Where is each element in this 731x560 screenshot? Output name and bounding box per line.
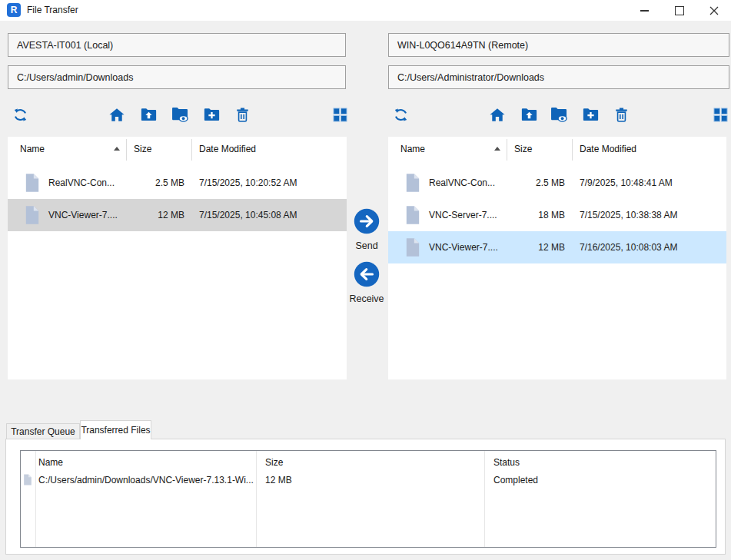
maximize-icon — [675, 6, 684, 15]
file-date: 7/15/2025, 10:20:52 AM — [199, 177, 297, 188]
transferred-file-size: 12 MB — [265, 475, 292, 485]
receive-label: Receive — [347, 293, 386, 304]
column-divider — [484, 451, 485, 547]
home-icon — [109, 108, 125, 122]
local-host-field: AVESTA-IT001 (Local) — [8, 33, 346, 57]
local-file-row-selected[interactable]: VNC-Viewer-7.... 12 MB 7/15/2025, 10:45:… — [8, 199, 347, 231]
file-size: 18 MB — [503, 210, 565, 220]
remote-file-row[interactable]: VNC-Server-7.... 18 MB 7/15/2025, 10:38:… — [388, 199, 726, 231]
remote-file-row[interactable]: RealVNC-Con... 2.5 MB 7/9/2025, 10:48:41… — [388, 167, 726, 199]
file-name: RealVNC-Con... — [429, 177, 495, 188]
file-icon — [25, 173, 40, 193]
refresh-icon — [393, 107, 409, 123]
file-transfer-window: R File Transfer AVESTA-IT001 (Local) WIN… — [0, 0, 731, 560]
grid-view-icon — [333, 108, 347, 122]
refresh-icon — [12, 107, 28, 123]
transferred-file-row[interactable]: C:/Users/admin/Downloads/VNC-Viewer-7.13… — [21, 471, 716, 489]
folder-up-icon — [521, 108, 537, 121]
local-host-label: AVESTA-IT001 (Local) — [17, 40, 113, 51]
remote-host-label: WIN-L0QO614A9TN (Remote) — [397, 40, 528, 51]
remote-path-input[interactable] — [388, 65, 729, 89]
local-folder-up-button[interactable] — [139, 105, 158, 124]
local-column-size[interactable]: Size — [134, 144, 151, 154]
file-date: 7/9/2025, 10:48:41 AM — [580, 177, 673, 188]
local-home-button[interactable] — [108, 105, 126, 124]
file-date: 7/16/2025, 10:08:03 AM — [580, 242, 677, 253]
local-column-date[interactable]: Date Modified — [199, 144, 256, 154]
local-delete-button[interactable] — [233, 105, 251, 124]
transferred-file-status: Completed — [493, 475, 538, 485]
local-path-value[interactable] — [17, 72, 337, 83]
arrow-left-icon — [354, 261, 380, 287]
local-new-folder-button[interactable] — [202, 105, 221, 124]
local-view-grid-button[interactable] — [331, 105, 349, 124]
file-icon — [405, 173, 420, 193]
remote-file-list: Name Size Date Modified RealVNC-Con... 2… — [388, 137, 726, 379]
column-divider — [126, 139, 127, 161]
file-name: VNC-Viewer-7.... — [48, 210, 118, 220]
tab-transfer-queue[interactable]: Transfer Queue — [6, 423, 80, 439]
local-column-name[interactable]: Name — [20, 144, 45, 154]
column-divider — [507, 139, 507, 161]
new-folder-icon — [204, 108, 220, 121]
realvnc-app-icon: R — [7, 3, 21, 17]
trash-icon — [615, 107, 628, 123]
remote-column-name[interactable]: Name — [400, 144, 425, 154]
send-label: Send — [347, 240, 386, 251]
local-path-input[interactable] — [8, 65, 346, 89]
remote-new-folder-button[interactable] — [581, 105, 600, 124]
window-title: File Transfer — [27, 5, 78, 15]
file-name: VNC-Server-7.... — [429, 210, 497, 220]
remote-refresh-button[interactable] — [391, 105, 410, 124]
maximize-button[interactable] — [662, 0, 696, 21]
table-column-name: Name — [38, 457, 63, 468]
send-button[interactable] — [354, 208, 380, 234]
window-controls — [627, 0, 731, 21]
remote-folder-up-button[interactable] — [520, 105, 538, 124]
table-column-size: Size — [265, 457, 283, 468]
home-icon — [490, 108, 505, 122]
grid-view-icon — [713, 108, 728, 122]
file-size: 12 MB — [503, 242, 565, 253]
column-divider — [35, 451, 36, 547]
sort-ascending-icon — [114, 147, 120, 151]
sort-ascending-icon — [494, 147, 500, 151]
transferred-files-panel: Name Size Status C:/Users/admin/Download… — [5, 439, 726, 555]
remote-column-date[interactable]: Date Modified — [580, 144, 636, 154]
local-file-row[interactable]: RealVNC-Con... 2.5 MB 7/15/2025, 10:20:5… — [8, 167, 347, 199]
file-size: 12 MB — [123, 210, 184, 220]
column-divider — [572, 139, 573, 161]
transferred-files-table: Name Size Status C:/Users/admin/Download… — [20, 450, 716, 548]
folder-eye-icon — [171, 107, 189, 122]
remote-view-grid-button[interactable] — [711, 105, 729, 124]
file-icon — [23, 474, 32, 485]
arrow-right-icon — [354, 208, 380, 234]
close-button[interactable] — [696, 0, 731, 21]
remote-home-button[interactable] — [488, 105, 507, 124]
remote-file-row-selected[interactable]: VNC-Viewer-7.... 12 MB 7/16/2025, 10:08:… — [388, 231, 726, 263]
minimize-button[interactable] — [627, 0, 662, 21]
trash-icon — [236, 107, 249, 123]
file-icon — [25, 205, 40, 225]
remote-delete-button[interactable] — [612, 105, 630, 124]
column-divider — [191, 139, 192, 161]
column-divider — [256, 451, 257, 547]
remote-column-size[interactable]: Size — [514, 144, 532, 154]
remote-show-hidden-button[interactable] — [550, 105, 568, 124]
receive-button[interactable] — [354, 261, 380, 287]
local-show-hidden-button[interactable] — [171, 105, 189, 124]
tab-transferred-files[interactable]: Transferred Files — [80, 420, 151, 439]
titlebar: R File Transfer — [0, 0, 731, 21]
remote-list-header: Name Size Date Modified — [388, 137, 726, 167]
table-column-status: Status — [493, 457, 520, 468]
file-date: 7/15/2025, 10:45:08 AM — [199, 210, 297, 220]
file-date: 7/15/2025, 10:38:38 AM — [580, 210, 677, 220]
local-refresh-button[interactable] — [11, 105, 29, 124]
local-list-header: Name Size Date Modified — [8, 137, 347, 167]
file-icon — [405, 237, 420, 257]
minimize-icon — [640, 10, 649, 12]
file-icon — [405, 205, 420, 225]
remote-path-value[interactable] — [397, 72, 720, 83]
folder-eye-icon — [550, 107, 568, 122]
file-name: VNC-Viewer-7.... — [429, 242, 498, 253]
